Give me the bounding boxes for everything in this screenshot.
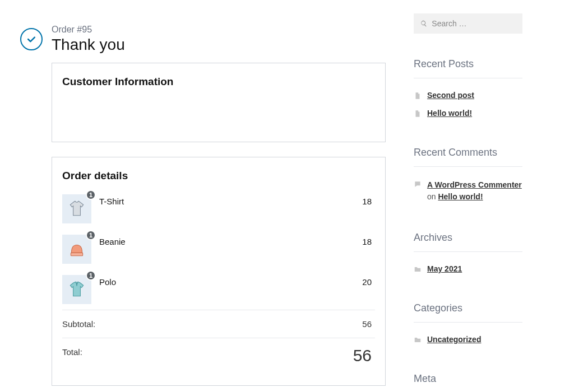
comment-post-link[interactable]: Hello world!: [438, 192, 483, 201]
on-text: on: [427, 192, 438, 201]
widget-title: Recent Comments: [414, 147, 522, 158]
document-icon: [414, 110, 422, 118]
quantity-badge: 1: [86, 190, 96, 200]
success-check-icon: [20, 28, 43, 50]
item-price: 18: [362, 194, 375, 206]
list-item: A WordPress Commenter on Hello world!: [414, 175, 522, 207]
search-box[interactable]: [414, 13, 522, 34]
item-name: Polo: [99, 275, 362, 287]
categories-widget: Categories Uncategorized: [414, 302, 522, 348]
search-icon: [420, 20, 427, 27]
recent-comments-widget: Recent Comments A WordPress Commenter on…: [414, 147, 522, 207]
order-item-row: 1 T-Shirt 18: [62, 189, 375, 229]
widget-title: Recent Posts: [414, 58, 522, 70]
comment-icon: [414, 180, 422, 188]
item-name: Beanie: [99, 235, 362, 246]
beanie-icon: [67, 240, 86, 259]
widget-title: Archives: [414, 232, 522, 244]
category-link[interactable]: Uncategorized: [427, 335, 481, 344]
search-input[interactable]: [432, 19, 516, 28]
recent-posts-widget: Recent Posts Second post Hello world!: [414, 58, 522, 122]
quantity-badge: 1: [86, 270, 96, 281]
widget-title: Categories: [414, 302, 522, 314]
meta-widget: Meta: [414, 373, 522, 385]
archives-widget: Archives May 2021: [414, 232, 522, 278]
page-title: Thank you: [52, 36, 125, 54]
order-number: Order #95: [52, 25, 125, 35]
customer-information-panel: Customer Information: [52, 63, 386, 142]
subtotal-value: 56: [362, 319, 372, 329]
total-row: Total: 56: [62, 338, 375, 373]
folder-icon: [414, 336, 422, 344]
item-price: 20: [362, 275, 375, 287]
svg-rect-0: [71, 253, 82, 255]
polo-icon: [67, 280, 86, 299]
widget-title: Meta: [414, 373, 522, 385]
commenter-link[interactable]: A WordPress Commenter: [427, 180, 522, 189]
list-item: Hello world!: [414, 104, 522, 122]
archive-link[interactable]: May 2021: [427, 264, 462, 273]
order-details-panel: Order details 1 T-Shirt 18: [52, 157, 386, 386]
order-details-title: Order details: [62, 170, 375, 182]
tshirt-icon: [67, 199, 86, 218]
subtotal-row: Subtotal: 56: [62, 310, 375, 338]
quantity-badge: 1: [86, 230, 96, 240]
list-item: Second post: [414, 86, 522, 104]
post-link[interactable]: Hello world!: [427, 109, 472, 118]
item-name: T-Shirt: [99, 194, 362, 206]
post-link[interactable]: Second post: [427, 91, 474, 100]
total-value: 56: [353, 347, 372, 364]
folder-icon: [414, 265, 422, 273]
customer-information-title: Customer Information: [62, 76, 375, 88]
order-item-row: 1 Polo 20: [62, 269, 375, 310]
list-item: May 2021: [414, 260, 522, 278]
order-item-row: 1 Beanie 18: [62, 229, 375, 269]
item-price: 18: [362, 235, 375, 246]
document-icon: [414, 92, 422, 100]
list-item: Uncategorized: [414, 330, 522, 348]
total-label: Total:: [62, 347, 82, 364]
subtotal-label: Subtotal:: [62, 319, 95, 329]
